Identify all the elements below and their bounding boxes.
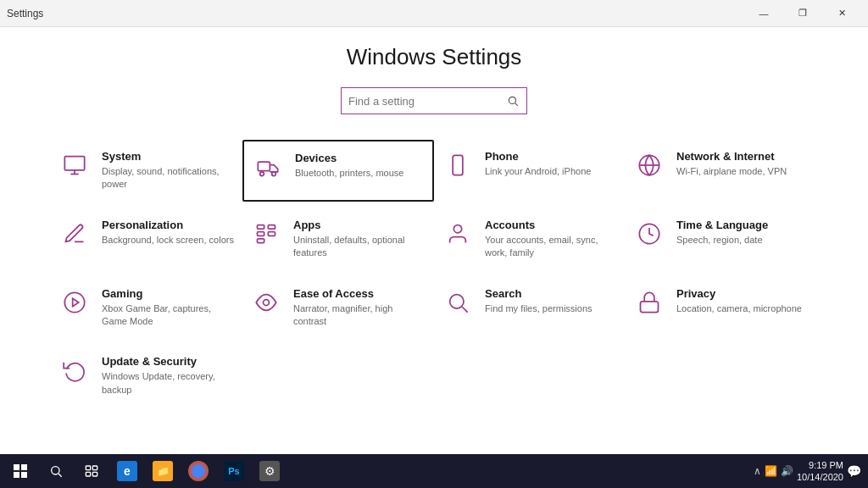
ease-desc: Narrator, magnifier, high contrast [293,302,426,329]
setting-item-update[interactable]: Update & Security Windows Update, recove… [51,345,242,407]
network-desc: Wi-Fi, airplane mode, VPN [676,165,809,178]
search-bar [341,87,527,114]
taskbar-volume-icon[interactable]: 🔊 [781,465,793,477]
svg-line-23 [462,307,467,312]
taskbar-app-chrome[interactable] [181,454,215,488]
personalization-name: Personalization [102,219,234,231]
search-input[interactable] [342,95,499,108]
svg-rect-28 [21,472,27,478]
network-name: Network & Internet [676,150,809,163]
svg-rect-14 [258,239,264,243]
search-bar-wrapper [51,87,817,114]
apps-icon [251,219,281,249]
svg-rect-27 [14,472,19,478]
setting-item-privacy[interactable]: Privacy Location, camera, microphone [626,277,817,339]
svg-point-17 [453,225,461,232]
svg-rect-2 [64,157,84,170]
update-icon [59,355,90,385]
close-button[interactable]: ✕ [822,0,861,27]
search-taskbar-icon [49,464,63,478]
clock-date: 10/14/2020 [797,471,843,483]
minimize-button[interactable]: — [744,0,783,27]
setting-item-time[interactable]: Time & Language Speech, region, date [626,208,817,270]
setting-item-system[interactable]: System Display, sound, notifications, po… [51,140,242,202]
taskbar-right: ∧ 📶 🔊 9:19 PM 10/14/2020 💬 [754,459,865,484]
svg-point-0 [509,97,515,103]
svg-rect-26 [21,464,27,470]
setting-item-ease[interactable]: Ease of Access Narrator, magnifier, high… [242,277,434,339]
setting-item-phone[interactable]: Phone Link your Android, iPhone [434,140,626,202]
svg-rect-31 [86,466,90,470]
privacy-desc: Location, camera, microphone [676,302,809,315]
notification-button[interactable]: 💬 [847,464,861,478]
update-name: Update & Security [102,355,234,368]
svg-point-22 [450,294,464,308]
search-icon [507,95,519,107]
taskbar: e 📁 Ps ⚙ ∧ 📶 🔊 9:19 PM 10/14/2020 💬 [0,454,868,488]
svg-rect-12 [258,225,264,229]
explorer-icon: 📁 [153,461,173,481]
maximize-button[interactable]: ❐ [783,0,822,27]
search-setting-name: Search [485,287,617,300]
svg-line-1 [515,103,518,106]
system-icon [59,150,90,180]
search-setting-icon [442,287,473,318]
taskbar-app-ie[interactable]: e [110,454,144,488]
personalization-icon [59,219,90,249]
privacy-name: Privacy [676,287,809,300]
svg-rect-16 [268,231,275,236]
title-bar-title: Settings [7,8,43,19]
search-taskbar-button[interactable] [39,454,73,488]
taskbar-app-ps[interactable]: Ps [217,454,251,488]
taskbar-app-explorer[interactable]: 📁 [146,454,180,488]
start-button[interactable] [3,454,37,488]
taskbar-apps: e 📁 Ps ⚙ [110,454,287,488]
devices-desc: Bluetooth, printers, mouse [295,167,424,180]
search-setting-desc: Find my files, permissions [485,302,617,315]
taskbar-chevron[interactable]: ∧ [754,465,761,477]
setting-item-gaming[interactable]: Gaming Xbox Game Bar, captures, Game Mod… [51,277,242,339]
taskbar-left: e 📁 Ps ⚙ [3,454,287,488]
svg-rect-24 [641,301,659,312]
taskbar-time[interactable]: 9:19 PM 10/14/2020 [797,459,843,484]
taskbar-network-icon: 📶 [765,465,777,477]
devices-name: Devices [295,152,424,164]
setting-item-personalization[interactable]: Personalization Background, lock screen,… [51,208,242,270]
clock-time: 9:19 PM [797,459,843,471]
taskbar-sys-icons: ∧ 📶 🔊 [754,465,793,477]
time-desc: Speech, region, date [676,234,809,247]
setting-item-apps[interactable]: Apps Uninstall, defaults, optional featu… [242,208,434,270]
accounts-name: Accounts [485,219,617,231]
accounts-icon [442,219,473,249]
svg-rect-13 [258,231,264,236]
time-icon [634,219,665,249]
svg-point-7 [272,172,276,176]
svg-rect-33 [86,472,90,476]
ps-icon: Ps [224,461,244,481]
search-icon-button[interactable] [499,87,526,114]
setting-item-devices[interactable]: Devices Bluetooth, printers, mouse [242,140,434,202]
setting-item-accounts[interactable]: Accounts Your accounts, email, sync, wor… [434,208,626,270]
setting-item-network[interactable]: Network & Internet Wi-Fi, airplane mode,… [626,140,817,202]
title-bar: Settings — ❐ ✕ [0,0,868,27]
svg-line-30 [58,474,62,477]
svg-point-29 [52,467,59,474]
settings-taskbar-icon: ⚙ [259,461,280,481]
task-view-icon [85,464,98,478]
svg-marker-20 [73,298,79,306]
settings-grid: System Display, sound, notifications, po… [51,140,817,407]
taskbar-app-settings[interactable]: ⚙ [253,454,287,488]
system-desc: Display, sound, notifications, power [102,165,234,191]
setting-item-search[interactable]: Search Find my files, permissions [434,277,626,339]
svg-point-19 [64,292,84,312]
svg-point-6 [260,172,264,176]
svg-rect-25 [14,464,19,470]
title-bar-controls: — ❐ ✕ [744,0,861,27]
task-view-button[interactable] [75,454,108,488]
personalization-desc: Background, lock screen, colors [102,234,234,247]
ease-icon [251,287,281,318]
update-desc: Windows Update, recovery, backup [102,370,234,396]
network-icon [634,150,665,180]
phone-icon [442,150,473,180]
svg-point-21 [264,299,270,305]
